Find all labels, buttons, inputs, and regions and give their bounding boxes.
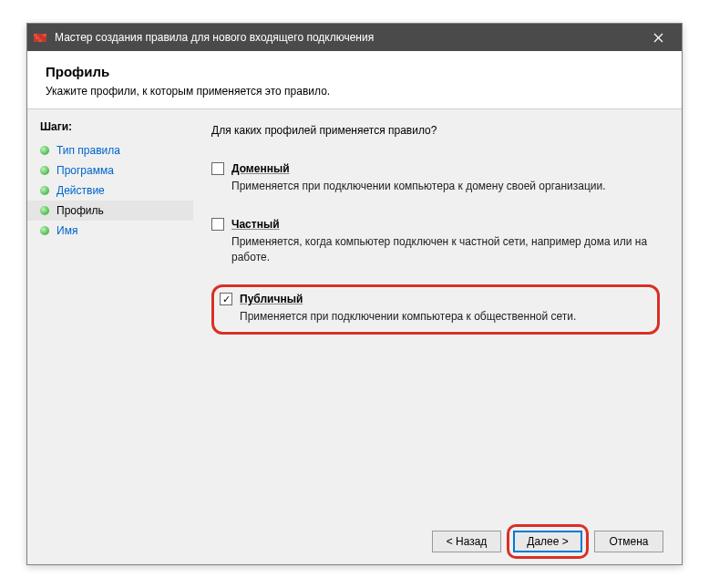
option-label-public: Публичный — [240, 293, 303, 305]
bullet-icon — [40, 166, 49, 175]
svg-rect-1 — [34, 34, 37, 36]
option-label-domain: Доменный — [231, 162, 290, 175]
checkbox-domain[interactable] — [211, 162, 224, 175]
step-label: Действие — [57, 184, 105, 197]
window-title: Мастер создания правила для нового входя… — [55, 31, 640, 44]
svg-rect-7 — [38, 39, 42, 42]
header-section: Профиль Укажите профили, к которым приме… — [27, 51, 682, 109]
bullet-icon — [40, 186, 49, 195]
option-private: Частный Применяется, когда компьютер под… — [211, 214, 660, 269]
close-button[interactable] — [640, 24, 676, 51]
content-area: Для каких профилей применяется правило? … — [193, 109, 682, 515]
svg-rect-6 — [34, 39, 37, 42]
page-title: Профиль — [46, 64, 663, 79]
step-profile[interactable]: Профиль — [27, 201, 193, 221]
svg-rect-5 — [40, 36, 44, 39]
option-label-private: Частный — [231, 218, 280, 231]
svg-rect-2 — [38, 34, 42, 36]
bullet-icon — [40, 146, 49, 155]
highlight-public: Публичный Применяется при подключении ко… — [211, 284, 660, 335]
profile-question: Для каких профилей применяется правило? — [211, 124, 660, 137]
svg-rect-3 — [43, 34, 46, 36]
steps-sidebar: Шаги: Тип правила Программа Действие Про… — [27, 109, 193, 515]
titlebar: Мастер создания правила для нового входя… — [27, 24, 682, 51]
step-action[interactable]: Действие — [27, 181, 193, 201]
bullet-icon — [40, 226, 49, 235]
step-label: Профиль — [57, 204, 104, 217]
svg-rect-8 — [43, 39, 46, 42]
body-section: Шаги: Тип правила Программа Действие Про… — [27, 109, 682, 515]
step-program[interactable]: Программа — [27, 160, 193, 181]
steps-header: Шаги: — [27, 117, 193, 140]
next-button[interactable]: Далее > — [513, 531, 582, 552]
back-button[interactable]: < Назад — [432, 531, 501, 552]
step-label: Программа — [57, 164, 114, 177]
wizard-window: Мастер создания правила для нового входя… — [26, 23, 683, 565]
checkbox-private[interactable] — [211, 218, 224, 231]
step-label: Тип правила — [57, 144, 120, 157]
option-desc-private: Применяется, когда компьютер подключен к… — [231, 234, 660, 265]
close-icon — [653, 33, 663, 43]
checkbox-public[interactable] — [220, 293, 232, 305]
highlight-next: Далее > — [507, 524, 589, 559]
step-name[interactable]: Имя — [27, 221, 193, 241]
option-desc-public: Применяется при подключении компьютера к… — [240, 309, 650, 325]
footer: < Назад Далее > Отмена — [27, 515, 682, 568]
cancel-button[interactable]: Отмена — [594, 531, 663, 552]
option-domain: Доменный Применяется при подключении ком… — [211, 159, 660, 198]
bullet-icon — [40, 206, 49, 215]
step-label: Имя — [57, 224, 77, 237]
svg-rect-4 — [36, 36, 39, 39]
option-desc-domain: Применяется при подключении компьютера к… — [231, 179, 660, 194]
firewall-icon — [33, 30, 47, 45]
page-description: Укажите профили, к которым применяется э… — [46, 85, 663, 98]
step-rule-type[interactable]: Тип правила — [27, 140, 193, 160]
